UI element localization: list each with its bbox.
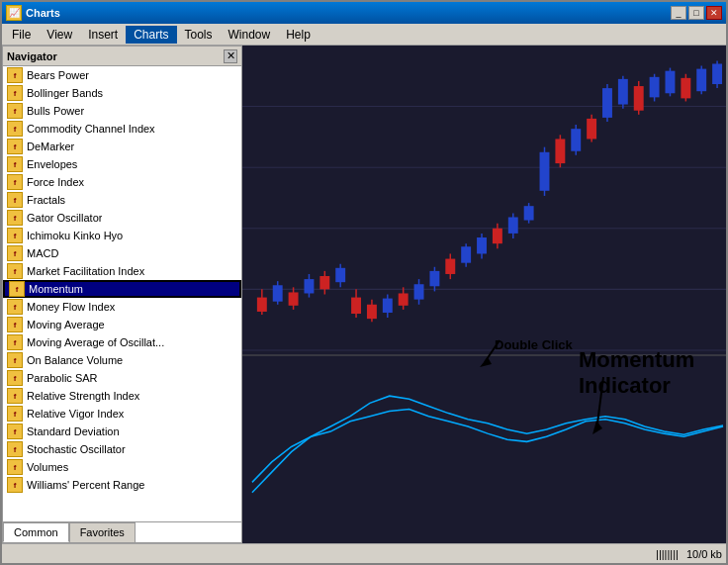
main-content: Navigator ✕ fBears PowerfBollinger Bands… [2,46,726,543]
svg-rect-54 [618,79,628,105]
indicator-icon: f [7,67,23,83]
status-bar: |||||||| 10/0 kb [2,543,726,563]
indicator-label: Parabolic SAR [27,372,98,384]
nav-item-envelopes[interactable]: fEnvelopes [3,155,241,173]
svg-rect-36 [477,237,487,253]
svg-rect-40 [508,217,518,233]
indicator-icon: f [7,192,23,208]
nav-item-volumes[interactable]: fVolumes [3,458,241,476]
menu-insert[interactable]: Insert [80,26,126,44]
indicator-label: DeMarker [27,141,74,152]
menu-charts[interactable]: Charts [126,26,176,44]
tab-favorites[interactable]: Favorites [69,522,136,542]
svg-rect-20 [351,298,361,314]
indicator-label: Stochastic Oscillator [27,443,126,455]
svg-rect-60 [666,71,676,94]
nav-item-commodity-channel-index[interactable]: fCommodity Channel Index [3,120,241,138]
nav-item-bulls-power[interactable]: fBulls Power [3,102,241,120]
momentum-arrow [589,377,618,436]
svg-rect-56 [634,86,644,111]
indicator-label: Standard Deviation [27,425,120,437]
indicator-label: Volumes [27,461,68,473]
nav-item-relative-vigor-index[interactable]: fRelative Vigor Index [3,405,241,423]
indicator-icon: f [7,477,23,493]
nav-item-force-index[interactable]: fForce Index [3,173,241,191]
indicator-icon: f [7,424,23,439]
nav-item-momentum[interactable]: fMomentum [3,280,241,298]
indicator-label: Bollinger Bands [27,87,103,99]
navigator-list[interactable]: fBears PowerfBollinger BandsfBulls Power… [3,66,241,521]
svg-rect-16 [319,276,329,289]
indicator-icon: f [7,121,23,137]
indicator-icon: f [7,459,23,475]
nav-item-market-facilitation-index[interactable]: fMarket Facilitation Index [3,262,241,280]
indicator-icon: f [7,299,23,315]
svg-rect-30 [429,271,439,286]
indicator-label: Williams' Percent Range [27,479,144,491]
indicator-label: Moving Average of Oscillat... [27,336,164,348]
menu-tools[interactable]: Tools [177,26,221,44]
nav-item-money-flow-index[interactable]: fMoney Flow Index [3,298,241,316]
indicator-label: Envelopes [27,158,77,170]
minimize-button[interactable]: _ [671,6,686,20]
nav-item-bollinger-bands[interactable]: fBollinger Bands [3,84,241,102]
tab-common[interactable]: Common [3,522,69,542]
svg-rect-26 [399,293,409,305]
nav-item-demarker[interactable]: fDeMarker [3,138,241,155]
menu-file[interactable]: File [4,26,39,44]
main-window: 📈 Charts _ □ ✕ File View Insert Charts T… [0,0,728,565]
indicator-icon: f [7,406,23,422]
nav-item-bears-power[interactable]: fBears Power [3,66,241,84]
indicator-icon: f [7,352,23,368]
indicator-label: Moving Average [27,319,105,330]
svg-rect-34 [461,246,471,262]
title-bar: 📈 Charts _ □ ✕ [2,2,726,24]
indicator-label: On Balance Volume [27,354,123,366]
nav-item-relative-strength-index[interactable]: fRelative Strength Index [3,387,241,405]
svg-rect-44 [540,152,550,191]
indicator-label: Market Facilitation Index [27,265,144,277]
indicator-label: Momentum [29,283,83,295]
navigator-title-bar: Navigator ✕ [3,47,241,66]
indicator-label: Ichimoku Kinko Hyo [27,230,123,241]
nav-item-parabolic-sar[interactable]: fParabolic SAR [3,369,241,387]
chart-area: Double Click Momentum Indicator [242,46,726,543]
navigator-close-button[interactable]: ✕ [224,49,237,63]
nav-item-on-balance-volume[interactable]: fOn Balance Volume [3,351,241,369]
close-button[interactable]: ✕ [706,6,722,20]
svg-rect-28 [414,284,424,299]
nav-item-fractals[interactable]: fFractals [3,191,241,209]
menu-window[interactable]: Window [221,26,279,44]
menu-view[interactable]: View [39,26,80,44]
indicator-label: Commodity Channel Index [27,123,155,135]
navigator-panel: Navigator ✕ fBears PowerfBollinger Bands… [2,46,242,543]
indicator-icon: f [7,263,23,279]
navigator-title-text: Navigator [7,50,57,62]
indicator-label: Fractals [27,194,65,206]
indicator-icon: f [7,317,23,332]
nav-item-gator-oscillator[interactable]: fGator Oscillator [3,209,241,227]
indicator-icon: f [7,370,23,386]
indicator-icon: f [7,139,23,154]
indicator-icon: f [7,103,23,119]
nav-item-moving-average[interactable]: fMoving Average [3,316,241,333]
svg-rect-52 [602,88,612,118]
nav-item-ichimoku-kinko-hyo[interactable]: fIchimoku Kinko Hyo [3,227,241,244]
svg-rect-0 [242,46,726,543]
maximize-button[interactable]: □ [688,6,704,20]
svg-rect-18 [335,268,345,282]
nav-item-standard-deviation[interactable]: fStandard Deviation [3,423,241,440]
nav-item-williams'-percent-range[interactable]: fWilliams' Percent Range [3,476,241,494]
indicator-icon: f [7,334,23,350]
svg-rect-22 [367,305,377,319]
nav-item-macd[interactable]: fMACD [3,244,241,262]
svg-rect-24 [383,299,393,313]
svg-rect-48 [571,129,581,151]
navigator-tabs: Common Favorites [3,521,241,542]
svg-rect-14 [304,279,314,293]
indicator-label: Money Flow Index [27,301,115,313]
nav-item-stochastic-oscillator[interactable]: fStochastic Oscillator [3,440,241,458]
menu-help[interactable]: Help [278,26,318,44]
nav-item-moving-average-of-oscillat...[interactable]: fMoving Average of Oscillat... [3,333,241,351]
indicator-icon: f [7,441,23,457]
